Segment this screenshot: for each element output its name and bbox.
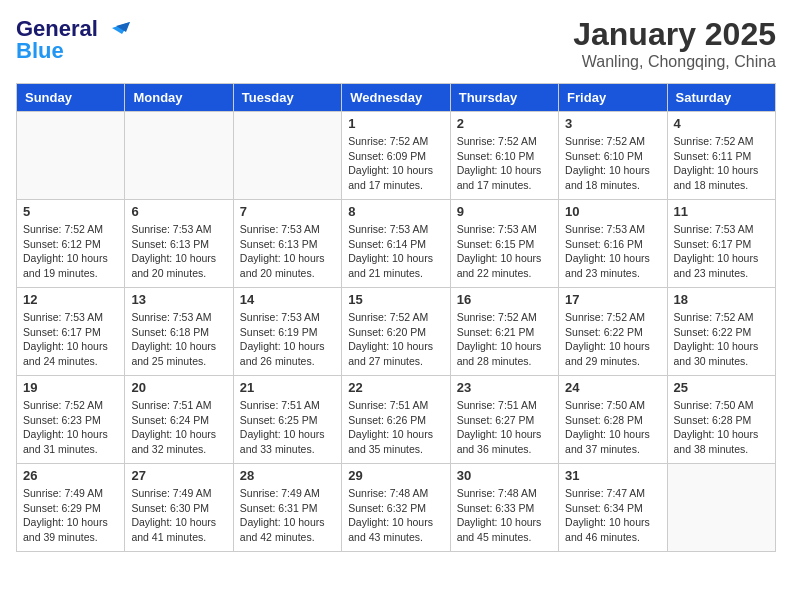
day-number: 12 bbox=[23, 292, 118, 307]
day-number: 28 bbox=[240, 468, 335, 483]
day-number: 10 bbox=[565, 204, 660, 219]
day-number: 16 bbox=[457, 292, 552, 307]
calendar-header-sunday: Sunday bbox=[17, 84, 125, 112]
day-info: Sunrise: 7:52 AM Sunset: 6:22 PM Dayligh… bbox=[674, 310, 769, 369]
calendar-header-row: SundayMondayTuesdayWednesdayThursdayFrid… bbox=[17, 84, 776, 112]
title-section: January 2025 Wanling, Chongqing, China bbox=[573, 16, 776, 71]
calendar-cell: 11Sunrise: 7:53 AM Sunset: 6:17 PM Dayli… bbox=[667, 200, 775, 288]
calendar-cell: 12Sunrise: 7:53 AM Sunset: 6:17 PM Dayli… bbox=[17, 288, 125, 376]
day-number: 13 bbox=[131, 292, 226, 307]
day-info: Sunrise: 7:51 AM Sunset: 6:27 PM Dayligh… bbox=[457, 398, 552, 457]
calendar-cell: 1Sunrise: 7:52 AM Sunset: 6:09 PM Daylig… bbox=[342, 112, 450, 200]
calendar-cell bbox=[667, 464, 775, 552]
calendar-cell: 2Sunrise: 7:52 AM Sunset: 6:10 PM Daylig… bbox=[450, 112, 558, 200]
day-info: Sunrise: 7:52 AM Sunset: 6:23 PM Dayligh… bbox=[23, 398, 118, 457]
calendar-cell: 18Sunrise: 7:52 AM Sunset: 6:22 PM Dayli… bbox=[667, 288, 775, 376]
day-info: Sunrise: 7:53 AM Sunset: 6:13 PM Dayligh… bbox=[240, 222, 335, 281]
day-number: 8 bbox=[348, 204, 443, 219]
day-number: 15 bbox=[348, 292, 443, 307]
calendar-header-saturday: Saturday bbox=[667, 84, 775, 112]
calendar-cell: 6Sunrise: 7:53 AM Sunset: 6:13 PM Daylig… bbox=[125, 200, 233, 288]
location-title: Wanling, Chongqing, China bbox=[573, 53, 776, 71]
day-info: Sunrise: 7:51 AM Sunset: 6:25 PM Dayligh… bbox=[240, 398, 335, 457]
calendar-header-friday: Friday bbox=[559, 84, 667, 112]
day-info: Sunrise: 7:50 AM Sunset: 6:28 PM Dayligh… bbox=[674, 398, 769, 457]
calendar-cell: 25Sunrise: 7:50 AM Sunset: 6:28 PM Dayli… bbox=[667, 376, 775, 464]
day-number: 17 bbox=[565, 292, 660, 307]
calendar-cell: 14Sunrise: 7:53 AM Sunset: 6:19 PM Dayli… bbox=[233, 288, 341, 376]
day-info: Sunrise: 7:49 AM Sunset: 6:31 PM Dayligh… bbox=[240, 486, 335, 545]
logo: General Blue bbox=[16, 16, 130, 64]
calendar-cell bbox=[17, 112, 125, 200]
day-number: 27 bbox=[131, 468, 226, 483]
day-info: Sunrise: 7:48 AM Sunset: 6:32 PM Dayligh… bbox=[348, 486, 443, 545]
calendar-cell: 3Sunrise: 7:52 AM Sunset: 6:10 PM Daylig… bbox=[559, 112, 667, 200]
day-number: 9 bbox=[457, 204, 552, 219]
week-row-3: 12Sunrise: 7:53 AM Sunset: 6:17 PM Dayli… bbox=[17, 288, 776, 376]
day-info: Sunrise: 7:53 AM Sunset: 6:19 PM Dayligh… bbox=[240, 310, 335, 369]
day-number: 14 bbox=[240, 292, 335, 307]
day-number: 23 bbox=[457, 380, 552, 395]
logo-text-general: General bbox=[16, 16, 98, 41]
day-info: Sunrise: 7:53 AM Sunset: 6:18 PM Dayligh… bbox=[131, 310, 226, 369]
calendar-cell: 27Sunrise: 7:49 AM Sunset: 6:30 PM Dayli… bbox=[125, 464, 233, 552]
calendar-header-tuesday: Tuesday bbox=[233, 84, 341, 112]
day-number: 4 bbox=[674, 116, 769, 131]
calendar-cell bbox=[125, 112, 233, 200]
day-info: Sunrise: 7:52 AM Sunset: 6:10 PM Dayligh… bbox=[565, 134, 660, 193]
calendar-cell: 9Sunrise: 7:53 AM Sunset: 6:15 PM Daylig… bbox=[450, 200, 558, 288]
calendar-cell: 22Sunrise: 7:51 AM Sunset: 6:26 PM Dayli… bbox=[342, 376, 450, 464]
logo-bird-icon bbox=[102, 18, 130, 40]
day-number: 31 bbox=[565, 468, 660, 483]
day-info: Sunrise: 7:49 AM Sunset: 6:30 PM Dayligh… bbox=[131, 486, 226, 545]
calendar-cell: 16Sunrise: 7:52 AM Sunset: 6:21 PM Dayli… bbox=[450, 288, 558, 376]
day-number: 22 bbox=[348, 380, 443, 395]
day-info: Sunrise: 7:49 AM Sunset: 6:29 PM Dayligh… bbox=[23, 486, 118, 545]
day-info: Sunrise: 7:53 AM Sunset: 6:13 PM Dayligh… bbox=[131, 222, 226, 281]
day-number: 29 bbox=[348, 468, 443, 483]
calendar-cell: 28Sunrise: 7:49 AM Sunset: 6:31 PM Dayli… bbox=[233, 464, 341, 552]
calendar-cell: 5Sunrise: 7:52 AM Sunset: 6:12 PM Daylig… bbox=[17, 200, 125, 288]
calendar-cell: 17Sunrise: 7:52 AM Sunset: 6:22 PM Dayli… bbox=[559, 288, 667, 376]
day-info: Sunrise: 7:50 AM Sunset: 6:28 PM Dayligh… bbox=[565, 398, 660, 457]
calendar-cell: 13Sunrise: 7:53 AM Sunset: 6:18 PM Dayli… bbox=[125, 288, 233, 376]
day-number: 21 bbox=[240, 380, 335, 395]
day-number: 1 bbox=[348, 116, 443, 131]
day-info: Sunrise: 7:48 AM Sunset: 6:33 PM Dayligh… bbox=[457, 486, 552, 545]
calendar-header-wednesday: Wednesday bbox=[342, 84, 450, 112]
day-info: Sunrise: 7:52 AM Sunset: 6:10 PM Dayligh… bbox=[457, 134, 552, 193]
calendar-cell: 8Sunrise: 7:53 AM Sunset: 6:14 PM Daylig… bbox=[342, 200, 450, 288]
day-info: Sunrise: 7:52 AM Sunset: 6:22 PM Dayligh… bbox=[565, 310, 660, 369]
week-row-4: 19Sunrise: 7:52 AM Sunset: 6:23 PM Dayli… bbox=[17, 376, 776, 464]
day-number: 19 bbox=[23, 380, 118, 395]
calendar-header-monday: Monday bbox=[125, 84, 233, 112]
day-number: 6 bbox=[131, 204, 226, 219]
calendar-cell: 19Sunrise: 7:52 AM Sunset: 6:23 PM Dayli… bbox=[17, 376, 125, 464]
day-number: 24 bbox=[565, 380, 660, 395]
day-number: 18 bbox=[674, 292, 769, 307]
day-info: Sunrise: 7:52 AM Sunset: 6:11 PM Dayligh… bbox=[674, 134, 769, 193]
day-info: Sunrise: 7:51 AM Sunset: 6:26 PM Dayligh… bbox=[348, 398, 443, 457]
calendar-cell: 26Sunrise: 7:49 AM Sunset: 6:29 PM Dayli… bbox=[17, 464, 125, 552]
calendar-cell: 23Sunrise: 7:51 AM Sunset: 6:27 PM Dayli… bbox=[450, 376, 558, 464]
day-number: 7 bbox=[240, 204, 335, 219]
calendar-cell: 10Sunrise: 7:53 AM Sunset: 6:16 PM Dayli… bbox=[559, 200, 667, 288]
calendar-cell: 21Sunrise: 7:51 AM Sunset: 6:25 PM Dayli… bbox=[233, 376, 341, 464]
week-row-2: 5Sunrise: 7:52 AM Sunset: 6:12 PM Daylig… bbox=[17, 200, 776, 288]
page-header: General Blue January 2025 Wanling, Chong… bbox=[16, 16, 776, 71]
day-number: 3 bbox=[565, 116, 660, 131]
day-number: 25 bbox=[674, 380, 769, 395]
day-number: 26 bbox=[23, 468, 118, 483]
day-info: Sunrise: 7:53 AM Sunset: 6:16 PM Dayligh… bbox=[565, 222, 660, 281]
day-info: Sunrise: 7:52 AM Sunset: 6:09 PM Dayligh… bbox=[348, 134, 443, 193]
day-info: Sunrise: 7:53 AM Sunset: 6:17 PM Dayligh… bbox=[674, 222, 769, 281]
day-info: Sunrise: 7:53 AM Sunset: 6:15 PM Dayligh… bbox=[457, 222, 552, 281]
day-info: Sunrise: 7:47 AM Sunset: 6:34 PM Dayligh… bbox=[565, 486, 660, 545]
week-row-5: 26Sunrise: 7:49 AM Sunset: 6:29 PM Dayli… bbox=[17, 464, 776, 552]
week-row-1: 1Sunrise: 7:52 AM Sunset: 6:09 PM Daylig… bbox=[17, 112, 776, 200]
day-info: Sunrise: 7:53 AM Sunset: 6:14 PM Dayligh… bbox=[348, 222, 443, 281]
calendar-cell: 7Sunrise: 7:53 AM Sunset: 6:13 PM Daylig… bbox=[233, 200, 341, 288]
calendar-cell: 30Sunrise: 7:48 AM Sunset: 6:33 PM Dayli… bbox=[450, 464, 558, 552]
calendar-cell: 24Sunrise: 7:50 AM Sunset: 6:28 PM Dayli… bbox=[559, 376, 667, 464]
day-info: Sunrise: 7:51 AM Sunset: 6:24 PM Dayligh… bbox=[131, 398, 226, 457]
